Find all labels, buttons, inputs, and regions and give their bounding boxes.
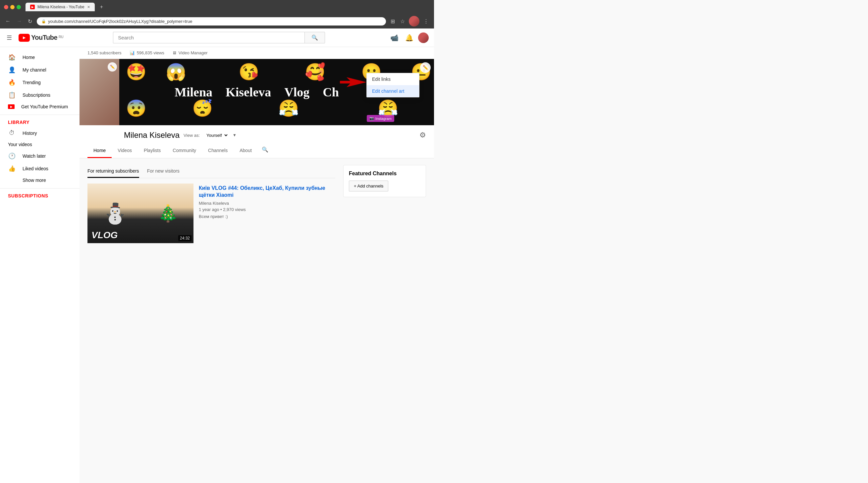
youtube-app: ☰ ▶ YouTube RU 🔍 📹 🔔 🏠 Home bbox=[0, 29, 434, 483]
views-stat: 📊 596,835 views bbox=[129, 50, 164, 55]
tab-videos[interactable]: Videos bbox=[112, 144, 138, 158]
video-manager-link[interactable]: 🖥 Video Manager bbox=[172, 50, 208, 55]
my-channel-icon: 👤 bbox=[8, 66, 16, 73]
show-more-label: Show more bbox=[8, 178, 46, 183]
snowman-emoji: ⛄ bbox=[103, 202, 128, 225]
subscribers-stat: 1,540 subscribers bbox=[88, 50, 122, 55]
edit-channel-art-option[interactable]: Edit channel art bbox=[367, 85, 419, 97]
tab-close-button[interactable]: ✕ bbox=[87, 5, 90, 9]
tab-about[interactable]: About bbox=[234, 144, 258, 158]
video-info: Київ VLOG #44: Обеликс, ЦеХаб, Купили зу… bbox=[199, 184, 335, 243]
sidebar-item-home[interactable]: 🏠 Home bbox=[0, 51, 80, 64]
view-as-label: View as: bbox=[184, 133, 200, 138]
featured-channels-panel: Featured Channels + Add channels bbox=[343, 165, 426, 197]
channel-stats-bar: 1,540 subscribers 📊 596,835 views 🖥 Vide… bbox=[80, 47, 434, 59]
refresh-button[interactable]: ↻ bbox=[27, 17, 33, 26]
sub-tab-new[interactable]: For new visitors bbox=[147, 165, 180, 178]
tab-home[interactable]: Home bbox=[88, 144, 112, 158]
channel-settings-button[interactable]: ⚙ bbox=[420, 131, 426, 139]
view-as-select[interactable]: Yourself bbox=[204, 132, 228, 139]
forward-button[interactable]: → bbox=[15, 17, 23, 26]
traffic-lights bbox=[4, 5, 21, 9]
minimize-button[interactable] bbox=[10, 5, 14, 9]
subscriptions-section-title: SUBSCRIPTIONS bbox=[0, 191, 80, 200]
search-input[interactable] bbox=[113, 32, 305, 43]
browser-tab[interactable]: ▶ Milena Kiseleva - YouTube ✕ bbox=[26, 3, 95, 11]
browser-titlebar: ▶ Milena Kiseleva - YouTube ✕ + bbox=[0, 0, 434, 14]
search-button[interactable]: 🔍 bbox=[305, 32, 325, 43]
back-button[interactable]: ← bbox=[4, 17, 12, 26]
video-duration: 24:32 bbox=[178, 235, 191, 241]
sub-tab-returning[interactable]: For returning subscribers bbox=[88, 165, 139, 178]
sidebar-item-trending[interactable]: 🔥 Trending bbox=[0, 76, 80, 89]
edit-links-option[interactable]: Edit links bbox=[367, 73, 419, 85]
subscriptions-icon: 📋 bbox=[8, 91, 16, 99]
youtube-logo-text: YouTube bbox=[31, 34, 57, 41]
sidebar-label-trending: Trending bbox=[23, 80, 41, 85]
edit-art-button[interactable]: ✏️ bbox=[420, 62, 431, 73]
maximize-button[interactable] bbox=[17, 5, 21, 9]
sidebar-item-liked-videos[interactable]: 👍 Liked videos bbox=[0, 162, 80, 175]
history-icon: ⏱ bbox=[8, 130, 16, 136]
sidebar-label-premium: Get YouTube Premium bbox=[21, 104, 68, 109]
video-description: Всем привет :) bbox=[199, 214, 335, 219]
home-icon: 🏠 bbox=[8, 54, 16, 61]
user-avatar[interactable] bbox=[418, 32, 429, 43]
sidebar-item-premium[interactable]: ▶ Get YouTube Premium bbox=[0, 101, 80, 112]
sidebar-label-history: History bbox=[23, 131, 37, 136]
channel-tabs: Home Videos Playlists Community Channels… bbox=[88, 144, 426, 158]
youtube-logo[interactable]: ▶ YouTube RU bbox=[19, 34, 64, 42]
header-right: 📹 🔔 bbox=[388, 32, 429, 44]
chevron-down-icon: ▼ bbox=[232, 133, 237, 137]
featured-channels-title: Featured Channels bbox=[349, 171, 421, 176]
hamburger-menu[interactable]: ☰ bbox=[5, 33, 13, 43]
tab-playlists[interactable]: Playlists bbox=[138, 144, 167, 158]
video-title[interactable]: Київ VLOG #44: Обеликс, ЦеХаб, Купили зу… bbox=[199, 185, 335, 199]
add-channels-button[interactable]: + Add channels bbox=[349, 181, 388, 191]
video-channel-name: Milena Kiseleva bbox=[199, 201, 335, 206]
youtube-logo-icon: ▶ bbox=[19, 34, 30, 42]
video-thumb-label: VLOG bbox=[91, 230, 118, 240]
new-tab-button[interactable]: + bbox=[97, 3, 106, 11]
tab-community[interactable]: Community bbox=[167, 144, 202, 158]
more-button[interactable]: ⋮ bbox=[422, 17, 430, 26]
views-icon: 📊 bbox=[129, 50, 135, 55]
watch-later-icon: 🕐 bbox=[8, 152, 16, 160]
bookmark-button[interactable]: ☆ bbox=[399, 17, 406, 26]
notifications-button[interactable]: 🔔 bbox=[403, 32, 415, 44]
sidebar-show-more[interactable]: Show more bbox=[0, 175, 80, 186]
video-thumbnail[interactable]: ⛄ 🎄 VLOG 24:32 bbox=[88, 184, 193, 243]
youtube-main: 1,540 subscribers 📊 596,835 views 🖥 Vide… bbox=[80, 47, 434, 483]
sidebar-item-watch-later[interactable]: 🕐 Watch later bbox=[0, 150, 80, 162]
library-section-title: LIBRARY bbox=[0, 118, 80, 127]
subscriber-tabs: For returning subscribers For new visito… bbox=[88, 165, 335, 178]
translate-button[interactable]: ⊞ bbox=[389, 17, 396, 26]
address-bar[interactable]: 🔒 youtube.com/channel/UCoFqkP2lock02zAHu… bbox=[37, 17, 386, 26]
close-button[interactable] bbox=[4, 5, 8, 9]
tab-favicon: ▶ bbox=[30, 5, 35, 9]
channel-search-button[interactable]: 🔍 bbox=[259, 144, 271, 158]
add-video-button[interactable]: 📹 bbox=[388, 32, 401, 44]
lock-icon: 🔒 bbox=[41, 19, 46, 24]
browser-avatar[interactable] bbox=[409, 16, 420, 27]
sidebar: 🏠 Home 👤 My channel 🔥 Trending 📋 Subscri… bbox=[0, 47, 80, 483]
sidebar-divider-1 bbox=[0, 115, 80, 115]
header-search: 🔍 bbox=[113, 32, 325, 43]
sidebar-your-videos-label: Your videos bbox=[0, 139, 80, 150]
url-text: youtube.com/channel/UCoFqkP2lock02zAHuyL… bbox=[48, 19, 192, 24]
trending-icon: 🔥 bbox=[8, 79, 16, 86]
sidebar-divider-2 bbox=[0, 188, 80, 189]
sidebar-item-subscriptions[interactable]: 📋 Subscriptions bbox=[0, 89, 80, 101]
browser-chrome: ▶ Milena Kiseleva - YouTube ✕ + ← → ↻ 🔒 … bbox=[0, 0, 434, 29]
edit-avatar-button[interactable]: ✏️ bbox=[108, 62, 117, 71]
channel-content: For returning subscribers For new visito… bbox=[80, 158, 434, 255]
channel-name-row: Milena Kiseleva View as: Yourself ▼ bbox=[124, 131, 237, 140]
youtube-logo-badge: RU bbox=[59, 35, 63, 39]
sidebar-label-liked-videos: Liked videos bbox=[23, 166, 49, 171]
sidebar-item-my-channel[interactable]: 👤 My channel bbox=[0, 64, 80, 76]
tab-channels[interactable]: Channels bbox=[202, 144, 234, 158]
channel-info-bar: Milena Kiseleva View as: Yourself ▼ ⚙ Ho… bbox=[80, 125, 434, 158]
video-manager-icon: 🖥 bbox=[172, 50, 177, 55]
browser-actions: ⊞ ☆ ⋮ bbox=[389, 16, 430, 27]
sidebar-item-history[interactable]: ⏱ History bbox=[0, 127, 80, 139]
